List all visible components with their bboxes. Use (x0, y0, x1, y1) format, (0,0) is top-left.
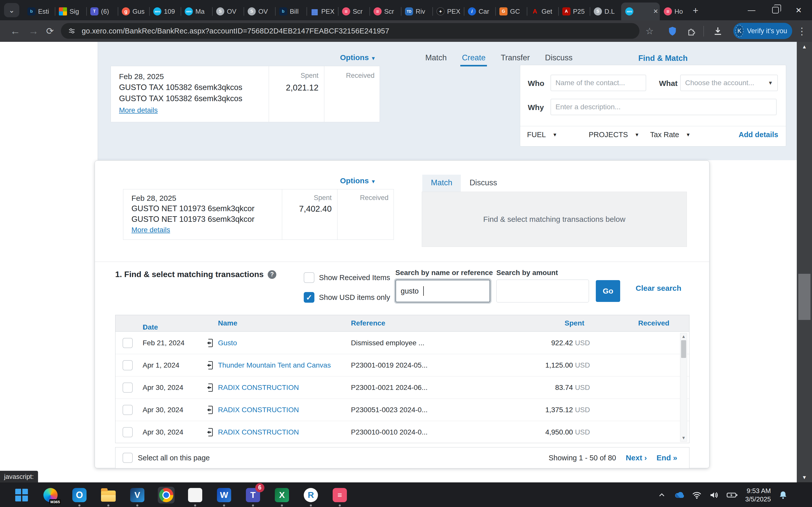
table-scrollbar-thumb[interactable] (681, 340, 686, 358)
tax-rate-dropdown[interactable]: Tax Rate▼ (650, 130, 691, 139)
new-tab-button[interactable]: + (693, 5, 698, 16)
find-and-match-link[interactable]: Find & Match (638, 54, 688, 63)
close-button[interactable]: ✕ (796, 6, 802, 15)
header-spent[interactable]: Spent (565, 319, 585, 327)
row-name-link[interactable]: Gusto (218, 339, 237, 347)
select-all-checkbox[interactable] (122, 453, 133, 463)
reconcile-tab[interactable]: Discuss (545, 53, 573, 66)
browser-tab[interactable]: ≡ Scr (369, 3, 401, 20)
browser-tab[interactable]: A Get (527, 3, 558, 20)
reload-button[interactable]: ⟳ (46, 20, 54, 42)
back-button[interactable]: ← (10, 20, 20, 42)
tray-chevron-up-icon[interactable] (658, 491, 666, 499)
tracking-dropdown[interactable]: PROJECTS▼ (589, 130, 640, 139)
bookmark-star-icon[interactable]: ☆ (642, 20, 657, 42)
taskbar-app[interactable] (13, 487, 30, 503)
browser-tab[interactable]: i Car (464, 3, 495, 20)
what-account-select[interactable]: Choose the account...▼ (680, 75, 778, 91)
why-input[interactable] (551, 99, 776, 115)
taskbar-app[interactable]: M365 (42, 487, 59, 503)
row-name-link[interactable]: RADIX CONSTRUCTION (218, 384, 299, 392)
table-row[interactable]: Feb 21, 2024 Gusto Dismissed employee ..… (115, 332, 689, 354)
tab-close-icon[interactable]: ✕ (653, 8, 658, 15)
browser-tab[interactable]: b Esti (23, 3, 55, 20)
row-checkbox[interactable] (122, 383, 133, 393)
browser-tab[interactable]: Sig (55, 3, 86, 20)
browser-menu-kebab-icon[interactable]: ⋮ (797, 20, 807, 42)
more-details-link[interactable]: More details (132, 226, 170, 234)
volume-icon[interactable] (709, 491, 719, 499)
header-name[interactable]: Name (218, 319, 237, 327)
options-dropdown-1[interactable]: Options▼ (340, 53, 376, 62)
browser-tab[interactable]: TD Riv (401, 3, 433, 20)
site-settings-icon[interactable] (68, 27, 75, 35)
browser-tab[interactable]: S D.L (590, 3, 621, 20)
scroll-down-icon[interactable]: ▼ (680, 436, 687, 441)
wifi-icon[interactable] (692, 491, 702, 499)
help-icon[interactable]: ? (268, 270, 276, 279)
notification-bell-icon[interactable] (778, 490, 788, 500)
taskbar-app[interactable] (187, 487, 204, 503)
match-section-tab[interactable]: Discuss (461, 175, 506, 192)
address-bar[interactable]: go.xero.com/BankRec/BankRec.aspx?account… (61, 23, 640, 39)
reconcile-tab[interactable]: Match (425, 53, 447, 66)
browser-tab[interactable]: S OV (212, 3, 244, 20)
table-scrollbar[interactable]: ▲ ▼ (680, 333, 687, 442)
search-name-input[interactable] (395, 280, 490, 302)
onedrive-icon[interactable] (673, 491, 684, 499)
table-row[interactable]: Apr 30, 2024 RADIX CONSTRUCTION P230010-… (115, 421, 689, 443)
clear-search-link[interactable]: Clear search (636, 284, 681, 292)
taskbar-app[interactable] (100, 487, 117, 503)
browser-tab[interactable]: xero Ma (181, 3, 212, 20)
browser-tab[interactable]: ≡ Scr (338, 3, 369, 20)
browser-tab[interactable]: g Gus (118, 3, 149, 20)
tray-clock[interactable]: 9:53 AM 3/5/2025 (745, 487, 771, 503)
match-section-tab[interactable]: Match (422, 175, 461, 192)
restore-button[interactable] (772, 7, 779, 13)
verify-profile-button[interactable]: K Verify it's you (733, 23, 792, 39)
battery-charging-icon[interactable] (726, 491, 738, 499)
reconcile-tab[interactable]: Create (462, 53, 486, 66)
taskbar-app[interactable]: T 6 (245, 487, 261, 503)
taskbar-app[interactable]: W (216, 487, 233, 503)
browser-tab[interactable]: xero 109 (149, 3, 181, 20)
row-name-link[interactable]: RADIX CONSTRUCTION (218, 428, 299, 436)
reconcile-tab[interactable]: Transfer (501, 53, 529, 66)
row-name-link[interactable]: Thunder Mountain Tent and Canvas (218, 361, 331, 369)
next-page-link[interactable]: Next › (626, 453, 647, 462)
browser-tab[interactable]: ▦ PEX (307, 3, 338, 20)
row-checkbox[interactable] (122, 360, 133, 371)
search-amount-input[interactable] (496, 280, 589, 302)
taskbar-app[interactable]: V (129, 487, 146, 503)
download-icon[interactable] (709, 20, 726, 42)
page-scrollbar-thumb[interactable] (798, 274, 810, 320)
show-received-checkbox[interactable] (304, 272, 314, 283)
scroll-down-icon[interactable]: ▼ (797, 474, 812, 481)
forward-button[interactable]: → (29, 20, 39, 42)
taskbar-app[interactable]: R (302, 487, 319, 503)
minimize-button[interactable]: — (748, 6, 755, 14)
row-name-link[interactable]: RADIX CONSTRUCTION (218, 406, 299, 414)
header-reference[interactable]: Reference (351, 319, 385, 327)
taskbar-app[interactable] (158, 487, 174, 503)
row-checkbox[interactable] (122, 338, 133, 348)
row-checkbox[interactable] (122, 427, 133, 437)
adblock-shield-icon[interactable] (665, 20, 679, 42)
row-checkbox[interactable] (122, 405, 133, 415)
browser-tab[interactable]: G GC (495, 3, 527, 20)
browser-tab[interactable]: b Bill (275, 3, 307, 20)
tab-search-chevron-button[interactable]: ⌄ (4, 3, 19, 17)
browser-tab[interactable]: A P25 (558, 3, 590, 20)
browser-tab[interactable]: xero ✕ (621, 3, 660, 20)
show-usd-checkbox[interactable] (304, 292, 314, 303)
add-details-link[interactable]: Add details (739, 130, 778, 139)
account-dropdown[interactable]: FUEL▼ (527, 130, 557, 139)
header-received[interactable]: Received (638, 319, 669, 327)
who-input[interactable] (551, 75, 646, 91)
options-dropdown-2[interactable]: Options▼ (340, 176, 376, 185)
taskbar-app[interactable]: ≡ (332, 487, 348, 503)
table-row[interactable]: Apr 30, 2024 RADIX CONSTRUCTION P23001-0… (115, 377, 689, 399)
browser-tab[interactable]: T (6) (86, 3, 118, 20)
browser-tab[interactable]: S OV (244, 3, 275, 20)
more-details-link[interactable]: More details (119, 106, 158, 114)
